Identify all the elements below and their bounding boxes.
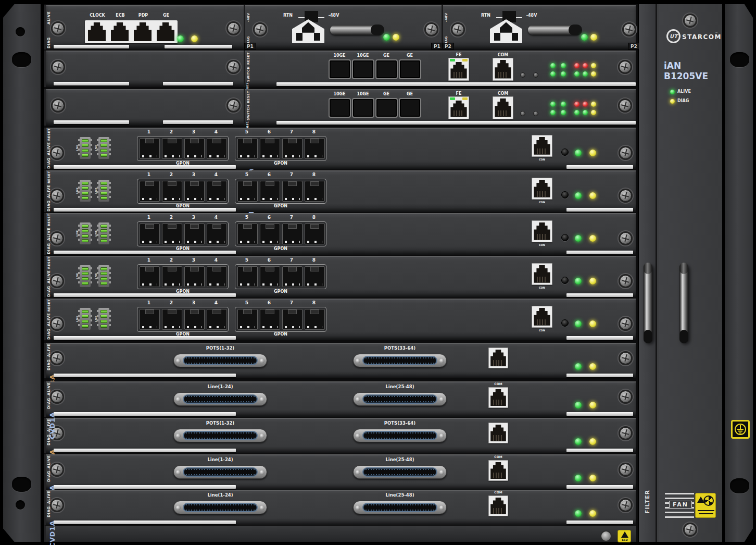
module-handle[interactable]: [528, 25, 581, 35]
gpon-port-group-a: [137, 136, 229, 161]
ge1-led: [550, 102, 556, 107]
sfp-cage: [399, 98, 421, 118]
slot-tag: P1: [431, 43, 443, 49]
alive-label: ALIVE: [46, 227, 52, 241]
reset-button[interactable]: [561, 234, 569, 241]
con-port-label: CON: [534, 158, 550, 161]
connector-label: Line(1-24): [181, 384, 259, 389]
minus48v-led: [581, 34, 588, 41]
card-pow1f-1: RTN -48V -48V DIAG POW1F: [244, 5, 440, 49]
alive-led: [575, 278, 582, 284]
lnk-label: LNK: [75, 140, 79, 156]
port-label: ECB: [107, 13, 133, 18]
alive-led: [575, 363, 582, 370]
link-led: [450, 59, 455, 61]
switch-button[interactable]: [533, 111, 538, 116]
sfp-cage: [329, 98, 351, 118]
gpon-port-number: 4: [212, 300, 220, 305]
telco-connector-line-a: [173, 392, 267, 406]
module-handle[interactable]: [330, 25, 383, 35]
handle-strip: [165, 45, 232, 48]
left-rack-flange: [3, 4, 41, 542]
slot-row-csm1v: 10GE 10GE GE GE FE COM RESET SWITCH GE: [44, 89, 636, 126]
handle-strip: [566, 208, 633, 212]
fe-port: [448, 58, 469, 81]
lnk-label: LNK: [75, 268, 79, 284]
ge3-led: [561, 102, 566, 107]
sfp-cage: [329, 59, 351, 79]
diag-led: [589, 278, 596, 284]
sticker-fine-print: [699, 513, 713, 514]
slot-row-fxs3a: POTS(1-32) POTS(33-64) ALIVE DIAG FXS3A: [44, 418, 636, 453]
fan-filter-unit: FILTER UT STARCOM ™ iAN B1205VE ALIVE DI…: [639, 4, 722, 542]
mounting-slot: [730, 52, 749, 67]
diag-led: [670, 99, 675, 104]
gpon-port-number: 5: [243, 215, 250, 220]
reset-button[interactable]: [520, 111, 525, 116]
screw: [51, 98, 65, 113]
gpon-port-number: 6: [266, 215, 273, 220]
con-port-label: CON: [534, 201, 550, 204]
sfp-label: 10GE: [326, 53, 352, 58]
gpon-port: [282, 181, 303, 202]
diag-led: [589, 438, 596, 445]
activity-led: [462, 59, 468, 61]
handle-strip: [54, 374, 236, 377]
ground-point-label: [731, 420, 750, 439]
cri-led: [574, 63, 579, 68]
gpon-port-group-b: [235, 307, 326, 332]
screw: [618, 60, 632, 74]
connector-label: POTS(1-32): [181, 345, 259, 351]
screw: [619, 351, 633, 365]
slot-tag: P2: [442, 43, 454, 49]
switch-button[interactable]: [533, 72, 538, 78]
fan-hazard-sticker: [695, 493, 716, 518]
gpon-port: [237, 138, 258, 159]
alive-label: ALIVE: [46, 454, 52, 469]
reset-button[interactable]: [561, 277, 569, 284]
reset-button[interactable]: [520, 72, 525, 78]
gpon-port-number: 2: [168, 300, 175, 305]
alive-led: [575, 438, 582, 445]
gpon-port: [162, 309, 182, 330]
handle-strip: [566, 485, 633, 489]
alive-led: [575, 235, 582, 242]
screw: [51, 21, 65, 35]
slot-row-cvd1a: Line(1-24) Line(25-48) COM ALIVE DIAG CV…: [44, 454, 636, 490]
reset-label: RESET: [46, 170, 52, 184]
gpon-port-number: 5: [243, 129, 250, 134]
diag-label: DIAG: [46, 199, 52, 213]
screw: [50, 189, 64, 203]
con-port-label: CON: [534, 329, 550, 332]
sfp-cage: [399, 59, 421, 79]
gpon-port-number: 1: [145, 172, 153, 177]
slot-row-fxs3a: POTS(1-32) POTS(33-64) ALIVE DIAG FXS3A: [44, 343, 636, 378]
sfp-cage: [352, 59, 374, 79]
filter-tray-handle[interactable]: [644, 263, 652, 342]
gpon-group-label: GPON: [268, 204, 294, 208]
telco-connector-line-b: [353, 465, 447, 479]
slot-row-cvd1a: Line(1-24) Line(25-48) COM ALIVE DIAG CV…: [44, 490, 636, 525]
screw: [619, 189, 633, 203]
reset-label: RESET: [46, 213, 52, 227]
gpon-port-number: 8: [310, 215, 318, 220]
con-port-label: CON: [534, 243, 550, 246]
gpon-port: [207, 138, 227, 159]
reset-button[interactable]: [561, 319, 569, 327]
screw: [451, 22, 465, 36]
reset-button[interactable]: [561, 191, 569, 199]
con-port: [532, 178, 552, 200]
diag-label: DIAG: [46, 156, 52, 170]
card-pow1f-2: RTN -48V -48V DIAG POW1F: [442, 5, 638, 49]
fan-tray-handle[interactable]: [679, 263, 688, 342]
gpon-port-number: 7: [288, 172, 295, 177]
gpon-port: [305, 181, 325, 202]
diag-led: [589, 402, 596, 408]
filter-label: FILTER: [641, 481, 653, 523]
screw: [619, 463, 633, 477]
min-led: [591, 102, 596, 107]
gpon-port: [207, 224, 227, 244]
reset-button[interactable]: [561, 148, 569, 156]
alive-led: [575, 192, 582, 199]
chassis-bottom-rail: ESD: [44, 525, 636, 542]
